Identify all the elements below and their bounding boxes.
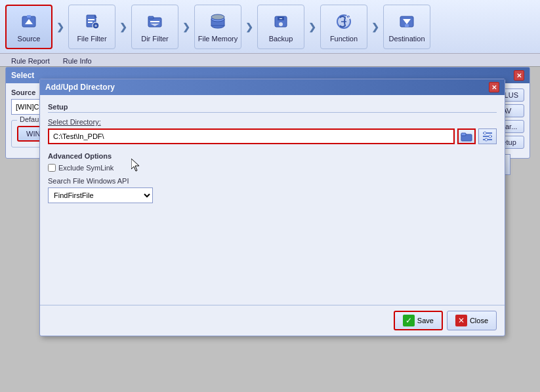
toolbar-item-destination[interactable]: Destination [383, 5, 430, 49]
source-icon [18, 11, 39, 32]
select-dir-label: Select Directory: [48, 118, 497, 126]
toolbar-item-function-label: Function [330, 35, 358, 43]
save-button-label: Save [417, 317, 434, 324]
add-upd-directory-dialog: Add/Upd Directory ✕ Setup Select Directo… [39, 79, 505, 336]
svg-text:+: + [94, 24, 97, 28]
arrow-5: ❯ [308, 22, 316, 32]
folder-icon [461, 131, 472, 142]
setup-section-label: Setup [48, 103, 497, 113]
svg-point-37 [485, 138, 488, 141]
svg-rect-2 [27, 15, 31, 18]
modal-close-x-btn[interactable]: ✕ [489, 82, 499, 92]
toolbar: Source ❯ + File Filter ❯ Dir Filter [0, 0, 540, 54]
file-memory-icon [207, 11, 228, 32]
svg-rect-10 [148, 16, 154, 19]
list-settings-icon [482, 131, 493, 142]
arrow-2: ❯ [119, 22, 127, 32]
exclude-symlink-label: Exclude SymLink [58, 164, 114, 172]
toolbar-item-file-filter-label: File Filter [77, 35, 106, 43]
tab-rule-info[interactable]: Rule Info [57, 55, 98, 66]
browse-folder-btn[interactable] [457, 128, 476, 144]
svg-rect-20 [280, 18, 282, 19]
svg-rect-5 [88, 19, 94, 20]
destination-icon [396, 11, 417, 32]
svg-rect-6 [88, 22, 93, 23]
toolbar-item-backup[interactable]: Backup [257, 5, 304, 49]
toolbar-item-file-memory[interactable]: File Memory [194, 5, 241, 49]
modal-title-bar: Add/Upd Directory ✕ [40, 79, 505, 95]
search-api-label: Search File Windows API [48, 177, 497, 185]
dir-filter-icon [144, 11, 165, 32]
advanced-options-label: Advanced Options [48, 152, 497, 160]
dir-input-row [48, 128, 497, 144]
toolbar-item-backup-label: Backup [269, 35, 293, 43]
save-button[interactable]: ✓ Save [394, 311, 443, 330]
directory-input[interactable] [48, 128, 455, 144]
svg-rect-11 [150, 21, 159, 22]
arrow-6: ❯ [371, 22, 379, 32]
toolbar-item-source[interactable]: Source [5, 5, 52, 49]
arrow-1: ❯ [56, 22, 64, 32]
toolbar-item-file-filter[interactable]: + File Filter [68, 5, 115, 49]
close-button-label: Close [470, 317, 488, 324]
close-button[interactable]: ✕ Close [447, 311, 497, 330]
main-dialog-close-x[interactable]: ✕ [514, 70, 524, 81]
search-api-select[interactable]: FindFirstFile FindNextFile EnumDir [48, 187, 153, 203]
exclude-symlink-row: Exclude SymLink [48, 164, 497, 172]
function-icon: ⚙ [333, 11, 354, 32]
close-x-icon: ✕ [455, 315, 467, 326]
dir-settings-btn[interactable] [478, 128, 497, 144]
svg-rect-31 [461, 133, 466, 136]
svg-point-36 [489, 135, 491, 138]
svg-rect-28 [405, 24, 409, 27]
toolbar-item-source-label: Source [18, 35, 41, 43]
tab-rule-report[interactable]: Rule Report [5, 55, 56, 66]
arrow-3: ❯ [182, 22, 190, 32]
modal-title-text: Add/Upd Directory [45, 83, 115, 92]
toolbar-item-dir-filter[interactable]: Dir Filter [131, 5, 178, 49]
toolbar-item-destination-label: Destination [388, 35, 425, 43]
svg-point-16 [211, 14, 224, 20]
arrow-4: ❯ [245, 22, 253, 32]
main-dialog-title-text: Select [11, 71, 34, 80]
advanced-options-section: Advanced Options Exclude SymLink Search … [48, 152, 497, 203]
modal-footer: ✓ Save ✕ Close [40, 305, 505, 336]
backup-icon [270, 11, 291, 32]
svg-point-19 [279, 22, 283, 26]
save-check-icon: ✓ [403, 315, 415, 326]
exclude-symlink-checkbox[interactable] [48, 164, 56, 172]
search-api-row: FindFirstFile FindNextFile EnumDir [48, 187, 497, 203]
modal-body: Setup Select Directory: [40, 95, 505, 305]
svg-point-35 [484, 132, 486, 134]
toolbar-item-dir-filter-label: Dir Filter [141, 35, 169, 43]
toolbar-item-file-memory-label: File Memory [198, 35, 238, 43]
tab-row: Rule Report Rule Info [0, 54, 540, 67]
toolbar-item-function[interactable]: ⚙ Function [320, 5, 367, 49]
file-filter-icon: + [81, 11, 102, 32]
